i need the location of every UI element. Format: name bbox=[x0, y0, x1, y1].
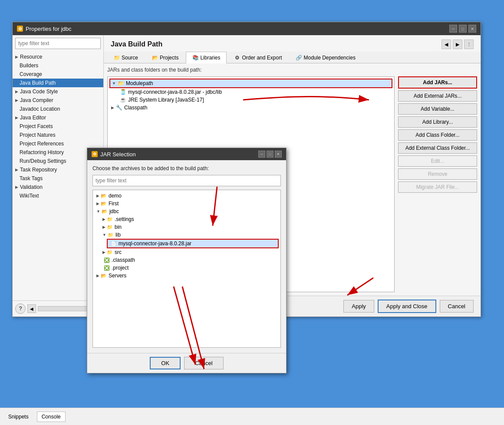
module-dep-tab-icon: 🔗 bbox=[296, 55, 302, 61]
right-buttons-panel: Add JARs... Add External JARs... Add Var… bbox=[395, 76, 477, 292]
tab-module-dependencies[interactable]: 🔗 Module Dependencies bbox=[289, 52, 362, 63]
jre-node[interactable]: ☕ JRE System Library [JavaSE-17] bbox=[116, 96, 392, 104]
add-external-class-folder-button[interactable]: Add External Class Folder... bbox=[398, 142, 477, 154]
expand-arrow-icon: ▶ bbox=[15, 98, 18, 102]
add-external-jars-button[interactable]: Add External JARs... bbox=[398, 90, 477, 102]
jar-minimize-button[interactable]: ─ bbox=[258, 151, 265, 158]
expand-arrow-icon: ▶ bbox=[15, 115, 18, 120]
projects-tab-icon: 📂 bbox=[152, 55, 158, 61]
jar-filter-input[interactable] bbox=[92, 175, 281, 186]
expand-arrow-icon: ▶ bbox=[15, 55, 18, 59]
sidebar-item-coverage[interactable]: Coverage bbox=[13, 70, 103, 79]
add-variable-button[interactable]: Add Variable... bbox=[398, 103, 477, 115]
expand-arrow-icon: ▶ bbox=[96, 273, 99, 278]
classpath-file-node[interactable]: ❎ .classpath bbox=[101, 256, 279, 264]
modulepath-node[interactable]: ▼ 📁 Modulepath bbox=[109, 79, 392, 88]
expand-arrow-icon: ▶ bbox=[102, 217, 105, 221]
content-header: Java Build Path ◀ ▶ ⋮ bbox=[104, 35, 481, 52]
menu-button[interactable]: ⋮ bbox=[464, 40, 474, 49]
back-nav-button[interactable]: ◀ bbox=[27, 304, 36, 313]
expand-arrow-icon: ▶ bbox=[96, 201, 99, 206]
folder-icon: 📁 bbox=[107, 224, 113, 230]
apply-button[interactable]: Apply bbox=[343, 300, 374, 313]
add-jars-button[interactable]: Add JARs... bbox=[398, 76, 477, 89]
sidebar-filter-input[interactable] bbox=[15, 38, 101, 49]
maximize-button[interactable]: □ bbox=[459, 25, 467, 33]
first-node[interactable]: ▶ 📂 First bbox=[95, 200, 279, 208]
jar-footer: OK Cancel bbox=[87, 353, 286, 373]
mysql-jar-node[interactable]: 🫙 mysql-connector-java-8.0.28.jar - jdbc… bbox=[116, 88, 392, 96]
project-icon: 📂 bbox=[101, 201, 107, 207]
content-title: Java Build Path bbox=[111, 40, 162, 48]
tab-order-export[interactable]: ⚙ Order and Export bbox=[227, 52, 288, 63]
back-button[interactable]: ◀ bbox=[441, 40, 451, 49]
settings-node[interactable]: ▶ 📁 .settings bbox=[101, 215, 279, 223]
jar-selection-dialog: ⚙ JAR Selection ─ □ ✕ Choose the archive… bbox=[87, 148, 287, 373]
expand-arrow-icon: ▶ bbox=[96, 194, 99, 198]
console-bar: Snippets Console bbox=[0, 408, 504, 425]
jar-ok-button[interactable]: OK bbox=[150, 357, 181, 369]
sidebar-item-java-compiler[interactable]: ▶ Java Compiler bbox=[13, 96, 103, 105]
classpath-node[interactable]: ▶ 🔧 Classpath bbox=[109, 104, 392, 112]
project-icon: 📂 bbox=[102, 209, 108, 214]
jar-maximize-button[interactable]: □ bbox=[267, 151, 273, 158]
remove-button[interactable]: Remove bbox=[398, 168, 477, 180]
expand-arrow-icon: ▼ bbox=[96, 209, 100, 214]
sidebar-item-resource[interactable]: ▶ Resource bbox=[13, 53, 103, 61]
order-export-tab-icon: ⚙ bbox=[234, 55, 240, 61]
folder-icon: 📁 bbox=[107, 250, 113, 255]
forward-button[interactable]: ▶ bbox=[453, 40, 462, 49]
jdbc-node[interactable]: ▼ 📂 jdbc bbox=[95, 208, 279, 215]
sidebar-item-project-facets[interactable]: Project Facets bbox=[13, 122, 103, 131]
bin-node[interactable]: ▶ 📁 bin bbox=[101, 223, 279, 231]
jar-cancel-button[interactable]: Cancel bbox=[184, 357, 223, 369]
cancel-button[interactable]: Cancel bbox=[440, 300, 474, 313]
project-file-node[interactable]: ❎ .project bbox=[101, 264, 279, 272]
sidebar-item-project-natures[interactable]: Project Natures bbox=[13, 131, 103, 139]
sidebar-scrollbar[interactable] bbox=[38, 306, 90, 311]
close-button[interactable]: ✕ bbox=[468, 25, 476, 33]
tabs-bar: 📁 Source 📂 Projects 📚 Libraries ⚙ Order … bbox=[104, 52, 481, 63]
tab-libraries[interactable]: 📚 Libraries bbox=[186, 52, 227, 63]
servers-node[interactable]: ▶ 📂 Servers bbox=[95, 272, 279, 280]
jar-titlebar: ⚙ JAR Selection ─ □ ✕ bbox=[87, 148, 286, 160]
edit-button[interactable]: Edit... bbox=[398, 155, 477, 167]
jar-tree[interactable]: ▶ 📂 demo ▶ 📂 First ▼ 📂 jdbc ▶ 📁 .setting… bbox=[92, 190, 281, 348]
sidebar-item-javadoc[interactable]: Javadoc Location bbox=[13, 105, 103, 113]
expand-arrow-icon: ▶ bbox=[15, 89, 18, 94]
properties-title: Properties for jdbc bbox=[26, 26, 72, 32]
apply-and-close-button[interactable]: Apply and Close bbox=[378, 300, 436, 313]
lib-node[interactable]: ▼ 📁 lib bbox=[101, 231, 279, 239]
sidebar-item-java-editor[interactable]: ▶ Java Editor bbox=[13, 113, 103, 122]
properties-title-icon: ⚙ bbox=[17, 26, 23, 32]
tab-projects[interactable]: 📂 Projects bbox=[145, 52, 185, 63]
sidebar-item-project-references[interactable]: Project References bbox=[13, 139, 103, 148]
jar-description: Choose the archives to be added to the b… bbox=[92, 165, 281, 171]
expand-arrow-icon: ▶ bbox=[102, 250, 105, 254]
folder-icon: 📁 bbox=[118, 80, 124, 86]
sidebar-item-builders[interactable]: Builders bbox=[13, 61, 103, 70]
classpath-file-icon: ❎ bbox=[104, 257, 110, 263]
jre-library-icon: ☕ bbox=[120, 97, 126, 103]
add-library-button[interactable]: Add Library... bbox=[398, 116, 477, 128]
mysql-jar-node[interactable]: 📄 mysql-connector-java-8.0.28.jar bbox=[107, 239, 279, 248]
help-button[interactable]: ? bbox=[15, 303, 26, 314]
snippets-tab[interactable]: Snippets bbox=[3, 412, 33, 422]
expand-arrow-icon: ▶ bbox=[102, 225, 105, 229]
console-tab[interactable]: Console bbox=[37, 412, 66, 422]
sidebar-item-java-code-style[interactable]: ▶ Java Code Style bbox=[13, 87, 103, 96]
minimize-button[interactable]: ─ bbox=[449, 25, 457, 33]
jar-icon: 📄 bbox=[111, 241, 117, 247]
project-icon: 📂 bbox=[101, 193, 107, 199]
jar-close-button[interactable]: ✕ bbox=[275, 151, 282, 158]
add-class-folder-button[interactable]: Add Class Folder... bbox=[398, 129, 477, 141]
demo-node[interactable]: ▶ 📂 demo bbox=[95, 192, 279, 200]
libraries-tab-icon: 📚 bbox=[192, 55, 198, 61]
classpath-folder-icon: 🔧 bbox=[116, 105, 122, 111]
tab-source[interactable]: 📁 Source bbox=[107, 52, 145, 63]
src-node[interactable]: ▶ 📁 src bbox=[101, 248, 279, 256]
sidebar-item-java-build-path[interactable]: Java Build Path bbox=[13, 79, 103, 87]
folder-icon: 📁 bbox=[107, 217, 113, 222]
expand-arrow-icon: ▶ bbox=[15, 168, 18, 172]
migrate-jar-button[interactable]: Migrate JAR File... bbox=[398, 181, 477, 193]
